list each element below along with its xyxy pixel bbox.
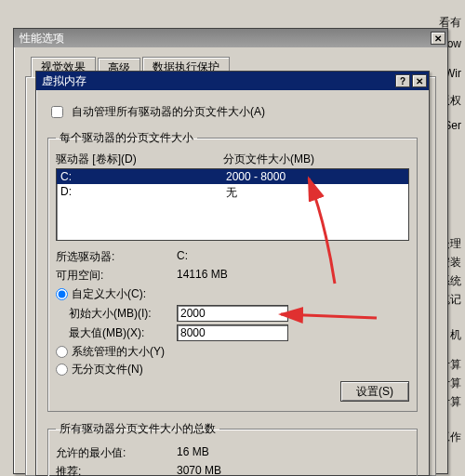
max-size-row: 最大值(MB)(X): [69, 324, 409, 341]
selected-drive-value: C: [177, 249, 188, 265]
auto-manage-label: 自动管理所有驱动器的分页文件大小(A) [72, 104, 265, 120]
pf-cell: 2000 - 8000 [226, 170, 286, 183]
min-value: 16 MB [177, 445, 209, 461]
list-item[interactable]: C: 2000 - 8000 [57, 169, 408, 184]
totals-legend: 所有驱动器分页文件大小的总数 [56, 421, 219, 437]
drive-cell: C: [60, 170, 226, 183]
min-label: 允许的最小值: [56, 445, 177, 461]
auto-manage-input[interactable] [51, 106, 63, 118]
free-space-row: 可用空间: 14116 MB [56, 268, 409, 284]
drive-list[interactable]: C: 2000 - 8000 D: 无 [56, 168, 409, 241]
initial-size-label: 初始大小(MB)(I): [69, 306, 177, 322]
totals-group: 所有驱动器分页文件大小的总数 允许的最小值:16 MB 推荐:3070 MB 当… [47, 421, 418, 476]
custom-size-radio[interactable]: 自定义大小(C): [56, 286, 409, 302]
selected-drive-label: 所选驱动器: [56, 249, 177, 265]
close-icon[interactable]: ✕ [431, 32, 445, 45]
free-space-value: 14116 MB [177, 268, 228, 284]
list-item[interactable]: D: 无 [57, 184, 408, 202]
virtual-memory-dialog: 虚拟内存 ? ✕ 自动管理所有驱动器的分页文件大小(A) 每个驱动器的分页文件大… [35, 71, 430, 476]
rec-value: 3070 MB [177, 464, 221, 476]
selected-drive-row: 所选驱动器: C: [56, 249, 409, 265]
custom-size-label: 自定义大小(C): [72, 286, 146, 302]
max-size-label: 最大值(MB)(X): [69, 325, 177, 341]
list-header: 驱动器 [卷标](D) 分页文件大小(MB) [56, 152, 409, 167]
rec-label: 推荐: [56, 464, 177, 476]
per-drive-legend: 每个驱动器的分页文件大小 [56, 130, 197, 146]
system-managed-label: 系统管理的大小(Y) [72, 344, 165, 360]
custom-size-input[interactable] [56, 288, 68, 300]
col-drive: 驱动器 [卷标](D) [56, 152, 223, 167]
pf-cell: 无 [226, 185, 237, 201]
initial-size-input[interactable] [177, 305, 288, 322]
initial-size-row: 初始大小(MB)(I): [69, 305, 409, 322]
no-paging-radio[interactable]: 无分页文件(N) [56, 362, 409, 377]
max-size-input[interactable] [177, 324, 288, 341]
per-drive-group: 每个驱动器的分页文件大小 驱动器 [卷标](D) 分页文件大小(MB) C: 2… [47, 130, 418, 412]
drive-cell: D: [60, 185, 226, 201]
col-pagefile: 分页文件大小(MB) [223, 152, 314, 167]
perf-title: 性能选项 [20, 31, 429, 46]
perf-titlebar[interactable]: 性能选项 ✕ [14, 29, 447, 47]
close-icon[interactable]: ✕ [412, 74, 427, 87]
free-space-label: 可用空间: [56, 268, 177, 284]
set-button[interactable]: 设置(S) [340, 381, 409, 402]
bg-text: 机 [450, 327, 461, 343]
auto-manage-checkbox[interactable]: 自动管理所有驱动器的分页文件大小(A) [47, 103, 418, 121]
system-managed-radio[interactable]: 系统管理的大小(Y) [56, 344, 409, 360]
vm-title: 虚拟内存 [42, 73, 393, 89]
no-paging-input[interactable] [56, 364, 68, 376]
system-managed-input[interactable] [56, 346, 68, 358]
help-icon[interactable]: ? [395, 74, 410, 87]
no-paging-label: 无分页文件(N) [72, 362, 143, 377]
vm-titlebar[interactable]: 虚拟内存 ? ✕ [36, 72, 429, 90]
